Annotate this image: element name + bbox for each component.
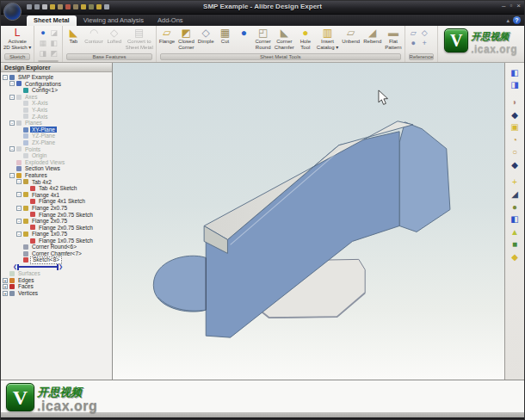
tree-item-section-views[interactable]: Section Views bbox=[1, 165, 112, 172]
tree-expander-icon[interactable]: - bbox=[9, 81, 15, 86]
tree-item-tab-4x2[interactable]: -Tab 4x2 bbox=[1, 179, 112, 186]
corner-round-button[interactable]: ◰CornerRound bbox=[253, 27, 272, 50]
reference-plane-icon[interactable]: ▱ bbox=[408, 28, 419, 38]
tree-item-yz-plane[interactable]: YZ-Plane bbox=[1, 133, 112, 139]
tree-item-configurations[interactable]: -Configurations bbox=[1, 81, 112, 88]
tree-item-flange-2x0.75[interactable]: -Flange 2x0.75 bbox=[1, 218, 112, 225]
convert-to-sheet-metal-button[interactable]: ▤Convert toSheet Metal bbox=[124, 27, 155, 50]
tree-expander-icon[interactable]: - bbox=[16, 192, 22, 197]
tree-item-flange-2x0.75[interactable]: -Flange 2x0.75 bbox=[1, 205, 112, 212]
perspective-icon[interactable]: ◆ bbox=[509, 251, 521, 262]
options-icon[interactable] bbox=[96, 4, 102, 9]
tab-button[interactable]: ◣Tab bbox=[64, 27, 83, 45]
open-icon[interactable] bbox=[34, 4, 40, 9]
mirror-feature-icon[interactable]: ◪ bbox=[48, 28, 59, 38]
lofted-button[interactable]: ◇Lofted bbox=[105, 27, 124, 45]
activate-2d-sketch-button[interactable]: LActivate2D Sketch ▾ bbox=[2, 27, 33, 50]
tree-item-origin[interactable]: Origin bbox=[1, 152, 112, 159]
tree-expander-icon[interactable]: + bbox=[3, 291, 8, 296]
tree-item-x-axis[interactable]: X-Axis bbox=[1, 100, 112, 107]
save-icon[interactable] bbox=[42, 4, 47, 9]
close-icon[interactable] bbox=[516, 2, 521, 10]
tab-add-ons[interactable]: Add-Ons bbox=[151, 15, 190, 26]
tree-item-exploded-views[interactable]: Exploded Views bbox=[1, 159, 112, 166]
tree-item-xy-plane[interactable]: XY-Plane bbox=[1, 127, 112, 133]
tree-item-flange-2x0.75-sketch[interactable]: Flange 2x0.75 Sketch bbox=[1, 225, 112, 232]
tree-item-vertices[interactable]: +Vertices bbox=[1, 290, 112, 297]
zoom-fit-icon[interactable]: ○ bbox=[509, 146, 521, 158]
settings-icon[interactable] bbox=[89, 4, 94, 9]
unbend-button[interactable]: ▱Unbend bbox=[340, 27, 361, 45]
tree-item-z-axis[interactable]: Z-Axis bbox=[1, 114, 112, 120]
tab-sheet-metal[interactable]: Sheet Metal bbox=[27, 15, 77, 26]
tree-item-axes[interactable]: -Axes bbox=[1, 94, 112, 101]
tree-item-features[interactable]: -Features bbox=[1, 172, 112, 179]
rotate-tool-icon[interactable]: ◆ bbox=[509, 109, 521, 120]
shading-icon[interactable]: ■ bbox=[509, 238, 521, 250]
alibre-menu-orb-icon[interactable] bbox=[3, 3, 22, 21]
tree-expander-icon[interactable]: - bbox=[9, 146, 15, 151]
new-icon[interactable] bbox=[27, 4, 32, 9]
tree-item-points[interactable]: -Points bbox=[1, 146, 112, 153]
rebend-button[interactable]: ◢Rebend bbox=[361, 27, 383, 45]
tree-item-smp-example[interactable]: -SMP Example bbox=[1, 74, 112, 81]
tree-item-config-1-[interactable]: Config<1> bbox=[1, 87, 112, 94]
tree-item-edges[interactable]: +Edges bbox=[1, 277, 112, 284]
tree-expander-icon[interactable]: - bbox=[16, 219, 22, 224]
tree-item-zx-plane[interactable]: ZX-Plane bbox=[1, 139, 112, 146]
tree-item-faces[interactable]: +Faces bbox=[1, 283, 112, 290]
section-view-icon[interactable]: ◧ bbox=[509, 213, 521, 225]
shell-feature-icon[interactable]: ◩ bbox=[48, 48, 59, 59]
lighting-icon[interactable]: ▲ bbox=[509, 226, 521, 238]
reference-axis-icon[interactable]: ◇ bbox=[419, 28, 430, 38]
help-icon[interactable] bbox=[513, 16, 521, 24]
tree-item-flange-1x0.75[interactable]: -Flange 1x0.75 bbox=[1, 231, 112, 238]
tree-item-surfaces[interactable]: Surfaces bbox=[1, 270, 112, 277]
reference-point-icon[interactable]: ● bbox=[408, 38, 419, 48]
tree-expander-icon[interactable]: + bbox=[3, 284, 8, 289]
redo-icon[interactable] bbox=[58, 4, 63, 9]
tree-item-planes[interactable]: -Planes bbox=[1, 120, 112, 127]
pattern-feature-icon[interactable]: ▦ bbox=[37, 38, 48, 48]
tree-item-sketch-8-[interactable]: Sketch<8> bbox=[1, 257, 112, 264]
insert-catalog-button[interactable]: ▥InsertCatalog ▾ bbox=[315, 27, 340, 50]
tree-item-y-axis[interactable]: Y-Axis bbox=[1, 107, 112, 114]
flat-pattern-button[interactable]: ▬FlatPattern bbox=[383, 27, 403, 50]
maximize-icon[interactable] bbox=[510, 2, 512, 10]
tree-item-corner-round-6-[interactable]: Corner Round<6> bbox=[1, 244, 112, 250]
help-icon[interactable] bbox=[104, 4, 109, 9]
flange-button[interactable]: ▱Flange bbox=[158, 27, 176, 45]
tree-expander-icon[interactable]: - bbox=[9, 120, 15, 126]
color-properties-icon[interactable]: ● bbox=[37, 28, 48, 38]
zoom-window-icon[interactable]: ◔ bbox=[509, 134, 521, 145]
pan-tool-icon[interactable]: ◗ bbox=[509, 96, 521, 108]
dimple-button[interactable]: ◇Dimple bbox=[196, 27, 216, 45]
tree-expander-icon[interactable]: - bbox=[16, 232, 22, 237]
ribbon-collapse-icon[interactable] bbox=[506, 17, 510, 24]
hole-tool-button[interactable]: ●HoleTool bbox=[296, 27, 315, 50]
tree-item-flange-2x0.75-sketch[interactable]: Flange 2x0.75 Sketch bbox=[1, 211, 112, 218]
rollback-bar[interactable]: ❮❯ bbox=[13, 263, 112, 270]
move-feature-icon[interactable]: ◧ bbox=[48, 38, 59, 48]
contour-button[interactable]: ◠Contour bbox=[83, 27, 104, 45]
measure-icon[interactable] bbox=[81, 4, 86, 9]
tree-expander-icon[interactable]: - bbox=[9, 95, 15, 100]
3d-viewport[interactable] bbox=[113, 63, 504, 380]
cut-button[interactable]: ▦Cut bbox=[215, 27, 234, 45]
tree-expander-icon[interactable]: - bbox=[16, 179, 22, 184]
minimize-icon[interactable] bbox=[502, 2, 505, 10]
view-orientations-icon[interactable]: ◧ bbox=[509, 67, 521, 78]
camera-view-icon[interactable]: ◨ bbox=[509, 79, 521, 90]
tree-expander-icon[interactable]: - bbox=[3, 75, 8, 80]
zoom-tool-icon[interactable]: ▣ bbox=[509, 121, 521, 133]
snapshot-icon[interactable] bbox=[73, 4, 78, 9]
tree-expander-icon[interactable]: - bbox=[16, 206, 22, 211]
tree-item-tab-4x2-sketch[interactable]: Tab 4x2 Sketch bbox=[1, 185, 112, 192]
measure-icon[interactable]: ◢ bbox=[509, 188, 521, 200]
closed-corner-button[interactable]: ◩ClosedCorner bbox=[176, 27, 196, 50]
tree-item-flange-1x0.75-sketch[interactable]: Flange 1x0.75 Sketch bbox=[1, 238, 112, 244]
tree-expander-icon[interactable]: - bbox=[9, 173, 15, 178]
reference-csys-icon[interactable]: + bbox=[419, 38, 430, 48]
inspect-icon[interactable]: ● bbox=[509, 201, 521, 213]
undo-icon[interactable] bbox=[50, 4, 55, 9]
